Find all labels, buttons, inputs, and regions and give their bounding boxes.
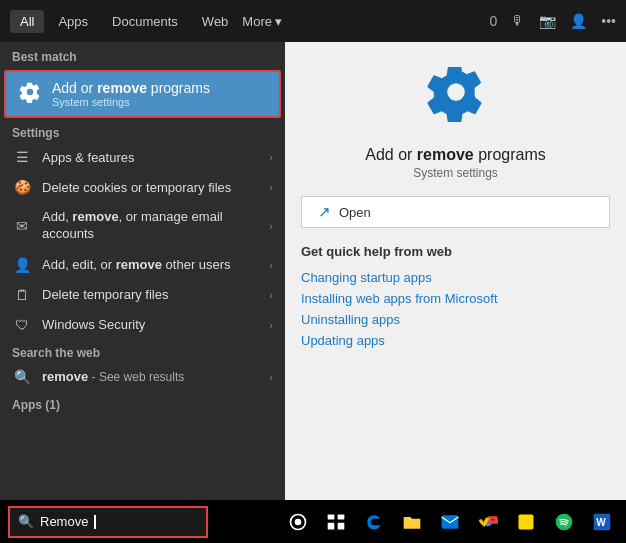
nav-tab-web[interactable]: Web <box>192 10 239 33</box>
menu-item-apps-features-text: Apps & features <box>42 150 259 165</box>
user-icon: 👤 <box>12 257 32 273</box>
task-view-icon[interactable] <box>320 506 352 538</box>
file-explorer-icon[interactable] <box>396 506 428 538</box>
svg-rect-4 <box>328 522 335 529</box>
chevron-right-icon: › <box>269 151 273 163</box>
svg-point-1 <box>295 518 302 525</box>
web-search-label: Search the web <box>0 340 285 362</box>
email-icon: ✉ <box>12 218 32 234</box>
edge-icon[interactable] <box>358 506 390 538</box>
chevron-down-icon: ▾ <box>275 14 282 29</box>
nav-tab-apps[interactable]: Apps <box>48 10 98 33</box>
microphone-icon[interactable]: 🎙 <box>511 13 525 29</box>
menu-item-users-text: Add, edit, or remove other users <box>42 257 259 272</box>
best-match-subtitle: System settings <box>52 96 267 108</box>
taskbar-app-icons: W <box>282 506 618 538</box>
cookie-icon: 🍪 <box>12 179 32 195</box>
web-search-text: remove - See web results <box>42 369 259 384</box>
chevron-right-icon: › <box>269 289 273 301</box>
menu-item-temp-files[interactable]: 🗒 Delete temporary files › <box>0 280 285 310</box>
counter-badge: 0 <box>489 13 497 29</box>
chevron-right-icon: › <box>269 259 273 271</box>
best-match-label: Best match <box>0 42 285 68</box>
nav-icons: 0 🎙 📷 👤 ••• <box>489 13 616 29</box>
chrome-icon[interactable] <box>472 506 504 538</box>
detail-gear-icon <box>426 62 486 134</box>
quick-help-link-updating[interactable]: Updating apps <box>301 330 610 351</box>
apps-count-label: Apps (1) <box>0 392 285 414</box>
store-icon[interactable] <box>510 506 542 538</box>
quick-help-link-uninstalling[interactable]: Uninstalling apps <box>301 309 610 330</box>
best-match-title: Add or remove programs <box>52 80 267 96</box>
spotify-icon[interactable] <box>548 506 580 538</box>
nav-tab-documents[interactable]: Documents <box>102 10 188 33</box>
text-cursor <box>94 515 96 529</box>
nav-tab-all[interactable]: All <box>10 10 44 33</box>
web-search-item[interactable]: 🔍 remove - See web results › <box>0 362 285 392</box>
gear-icon <box>18 81 42 108</box>
menu-item-security[interactable]: 🛡 Windows Security › <box>0 310 285 340</box>
svg-rect-8 <box>519 514 534 529</box>
best-match-text: Add or remove programs System settings <box>52 80 267 108</box>
open-label: Open <box>339 205 371 220</box>
menu-item-email[interactable]: ✉ Add, remove, or manage email accounts … <box>0 202 285 250</box>
menu-item-security-text: Windows Security <box>42 317 259 332</box>
left-panel: Best match Add or remove programs System… <box>0 42 285 500</box>
nav-tab-more[interactable]: More ▾ <box>242 14 282 29</box>
shield-icon: 🛡 <box>12 317 32 333</box>
svg-rect-3 <box>338 514 345 519</box>
search-box[interactable]: 🔍 Remove <box>8 506 208 538</box>
menu-item-users[interactable]: 👤 Add, edit, or remove other users › <box>0 250 285 280</box>
svg-rect-5 <box>338 522 345 529</box>
open-icon: ↗ <box>318 203 331 221</box>
camera-icon[interactable]: 📷 <box>539 13 556 29</box>
quick-help-title: Get quick help from web <box>301 244 610 259</box>
svg-text:W: W <box>596 517 606 528</box>
best-match-item[interactable]: Add or remove programs System settings <box>4 70 281 118</box>
menu-item-delete-cookies[interactable]: 🍪 Delete cookies or temporary files › <box>0 172 285 202</box>
right-panel: Add or remove programs System settings ↗… <box>285 42 626 500</box>
main-content: Best match Add or remove programs System… <box>0 42 626 500</box>
top-navigation: All Apps Documents Web More ▾ 0 🎙 📷 👤 ••… <box>0 0 626 42</box>
menu-item-email-text: Add, remove, or manage email accounts <box>42 209 259 243</box>
mail-icon[interactable] <box>434 506 466 538</box>
search-icon: 🔍 <box>12 369 32 385</box>
menu-item-apps-features[interactable]: ☰ Apps & features › <box>0 142 285 172</box>
open-button[interactable]: ↗ Open <box>301 196 610 228</box>
quick-help-link-startup[interactable]: Changing startup apps <box>301 267 610 288</box>
search-input[interactable]: Remove <box>40 514 88 529</box>
more-options-icon[interactable]: ••• <box>601 13 616 29</box>
settings-section-label: Settings <box>0 120 285 142</box>
word-icon[interactable]: W <box>586 506 618 538</box>
menu-item-temp-files-text: Delete temporary files <box>42 287 259 302</box>
taskbar: 🔍 Remove <box>0 500 626 543</box>
svg-rect-2 <box>328 514 335 519</box>
svg-rect-6 <box>442 515 459 528</box>
user-account-icon[interactable]: 👤 <box>570 13 587 29</box>
quick-help-link-installing[interactable]: Installing web apps from Microsoft <box>301 288 610 309</box>
menu-item-delete-cookies-text: Delete cookies or temporary files <box>42 180 259 195</box>
chevron-right-icon: › <box>269 220 273 232</box>
file-icon: 🗒 <box>12 287 32 303</box>
chevron-right-icon: › <box>269 181 273 193</box>
detail-subtitle: System settings <box>413 166 498 180</box>
cortana-icon[interactable] <box>282 506 314 538</box>
search-icon: 🔍 <box>18 514 34 529</box>
detail-title: Add or remove programs <box>365 146 546 164</box>
chevron-right-icon: › <box>269 371 273 383</box>
list-icon: ☰ <box>12 149 32 165</box>
chevron-right-icon: › <box>269 319 273 331</box>
